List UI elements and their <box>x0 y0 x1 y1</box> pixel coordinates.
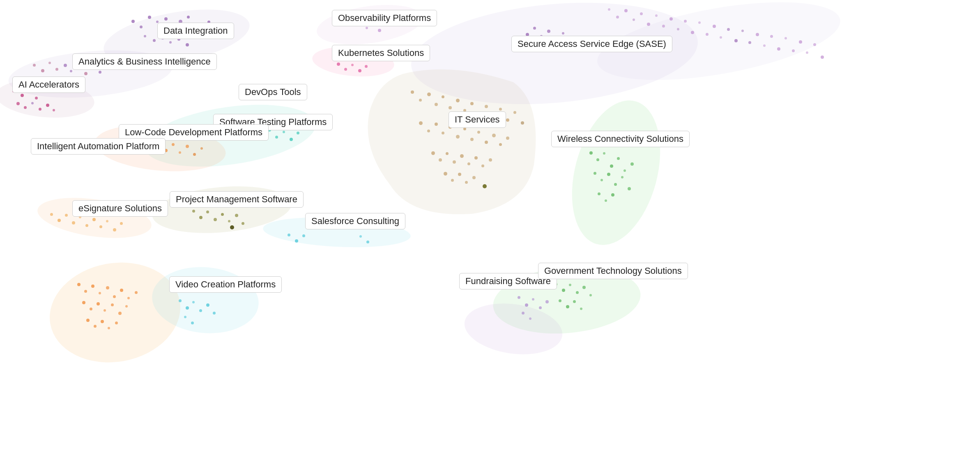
label-devops-tools: DevOps Tools <box>239 84 307 100</box>
label-salesforce-consulting: Salesforce Consulting <box>305 213 405 229</box>
svg-point-13 <box>150 263 262 338</box>
label-video-creation: Video Creation Platforms <box>169 276 282 293</box>
label-project-management: Project Management Software <box>170 191 304 208</box>
label-kubernetes: Kubernetes Solutions <box>332 45 430 61</box>
svg-point-9 <box>150 181 293 238</box>
label-it-services: IT Services <box>449 111 506 128</box>
label-esignature: eSignature Solutions <box>72 200 168 217</box>
svg-point-12 <box>42 252 189 373</box>
label-data-integration: Data Integration <box>157 23 234 39</box>
svg-point-15 <box>461 298 566 360</box>
label-wireless-connectivity: Wireless Connectivity Solutions <box>551 131 690 147</box>
label-govtech: Government Technology Solutions <box>538 263 688 279</box>
label-analytics-bi: Analytics & Business Intelligence <box>72 53 217 70</box>
label-sase: Secure Access Service Edge (SASE) <box>511 36 672 52</box>
label-intelligent-automation: Intelligent Automation Platform <box>31 138 166 155</box>
svg-point-5 <box>407 0 702 115</box>
label-observability: Observability Platforms <box>332 10 437 26</box>
svg-point-8 <box>557 90 675 255</box>
label-ai-accelerators: AI Accelerators <box>12 76 85 93</box>
